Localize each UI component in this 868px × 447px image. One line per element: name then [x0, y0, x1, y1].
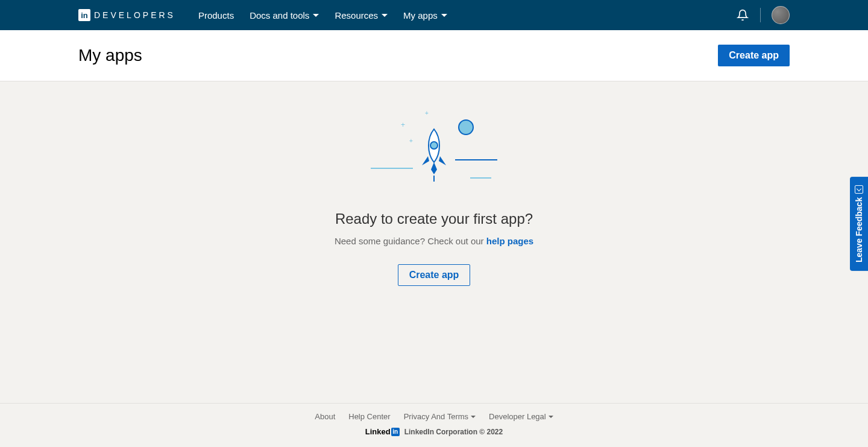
- nav-docs-tools[interactable]: Docs and tools: [250, 10, 319, 21]
- logo-text: DEVELOPERS: [94, 10, 175, 20]
- help-pages-link[interactable]: help pages: [486, 236, 533, 246]
- chevron-down-icon: [471, 416, 476, 418]
- chevron-down-icon: [382, 14, 388, 17]
- chevron-down-icon: [313, 14, 319, 17]
- create-app-button[interactable]: Create app: [718, 45, 790, 66]
- nav-products[interactable]: Products: [198, 10, 234, 21]
- nav-resources[interactable]: Resources: [335, 10, 388, 21]
- footer: About Help Center Privacy And Terms Deve…: [0, 403, 868, 447]
- chevron-down-icon: [441, 14, 447, 17]
- svg-point-7: [430, 142, 438, 149]
- page-header: My apps Create app: [0, 30, 868, 81]
- copyright: LinkedIn Corporation © 2022: [404, 428, 503, 436]
- linkedin-icon: in: [78, 9, 90, 21]
- footer-privacy-terms[interactable]: Privacy And Terms: [404, 412, 476, 421]
- svg-text:+: +: [425, 110, 429, 116]
- svg-text:+: +: [409, 138, 413, 144]
- divider: [760, 8, 761, 22]
- logo[interactable]: in DEVELOPERS: [78, 9, 175, 21]
- svg-point-3: [459, 120, 473, 135]
- footer-developer-legal[interactable]: Developer Legal: [489, 412, 553, 421]
- empty-state-illustration: + + +: [365, 108, 503, 192]
- svg-text:+: +: [401, 121, 405, 129]
- footer-about[interactable]: About: [315, 412, 335, 421]
- chevron-down-icon: [549, 416, 553, 418]
- page-title: My apps: [78, 46, 142, 65]
- linkedin-logo: Linkedin: [365, 427, 400, 436]
- avatar[interactable]: [772, 6, 790, 24]
- create-app-button-secondary[interactable]: Create app: [398, 264, 471, 286]
- main-content: + + + Ready to create your first app? Ne…: [0, 81, 868, 403]
- empty-state-subtext: Need some guidance? Check out our help p…: [335, 236, 533, 246]
- footer-help-center[interactable]: Help Center: [348, 412, 390, 421]
- leave-feedback-button[interactable]: Leave Feedback: [850, 176, 868, 270]
- feedback-icon: [855, 185, 863, 193]
- empty-state-headline: Ready to create your first app?: [335, 211, 533, 227]
- notifications-icon[interactable]: [736, 8, 749, 22]
- nav-my-apps[interactable]: My apps: [403, 10, 447, 21]
- top-nav: in DEVELOPERS Products Docs and tools Re…: [0, 0, 868, 30]
